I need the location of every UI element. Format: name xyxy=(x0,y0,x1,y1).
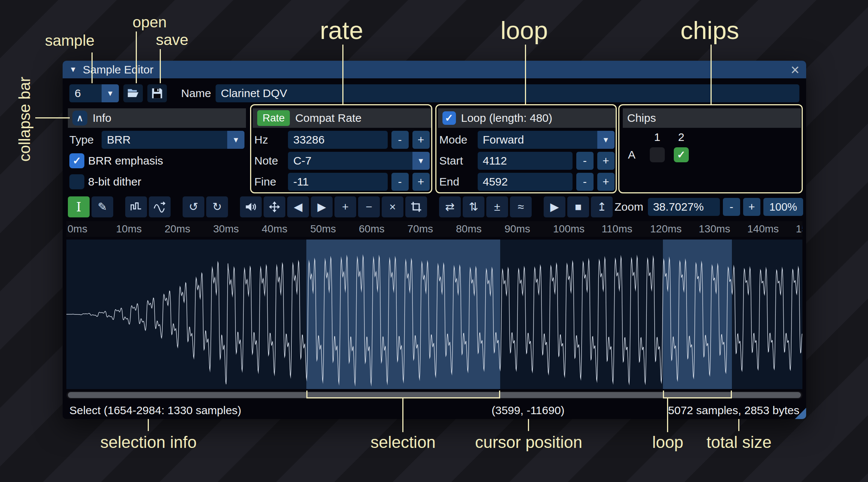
reverse-arrows-icon: ⇄ xyxy=(445,201,454,213)
upload-icon: ↥ xyxy=(597,201,606,213)
pencil-icon: ✎ xyxy=(97,201,107,213)
minus-icon: − xyxy=(366,201,372,213)
resize-grip[interactable] xyxy=(795,408,806,419)
sign-flip-button[interactable]: ± xyxy=(486,196,508,217)
close-icon[interactable]: × xyxy=(791,62,799,77)
apply-silence-button[interactable]: − xyxy=(358,196,380,217)
invert-button[interactable]: ⇅ xyxy=(463,196,484,217)
brr-emphasis-checkbox[interactable]: ✓ xyxy=(69,153,84,168)
type-select[interactable]: BRR ▼ xyxy=(102,131,244,149)
timeline-label: 120ms xyxy=(650,223,682,235)
window-title: Sample Editor xyxy=(83,63,153,76)
file-row: 6 ▼ Name Clarinet DQV xyxy=(69,84,799,103)
zoom-label: Zoom xyxy=(615,201,643,213)
plus-icon: + xyxy=(342,201,349,213)
selection-info-text: Select (1654-2984: 1330 samples) xyxy=(69,404,241,417)
annotation-loop: loop xyxy=(501,16,548,45)
resize-button[interactable] xyxy=(125,196,147,217)
annotation-bracket-selection xyxy=(306,391,500,398)
fade-in-icon: ◀ xyxy=(294,201,302,213)
annotation-rate: rate xyxy=(320,16,363,45)
annotation-line-collapse xyxy=(35,117,70,118)
undo-button[interactable]: ↺ xyxy=(183,196,204,217)
brr-emphasis-label: BRR emphasis xyxy=(88,154,163,167)
timeline-label: 20ms xyxy=(165,223,190,235)
sample-slot-value: 6 xyxy=(69,87,102,100)
timeline-label: 130ms xyxy=(699,223,730,235)
annotation-line-open xyxy=(136,31,137,83)
save-button[interactable] xyxy=(147,84,167,102)
open-button[interactable] xyxy=(123,84,143,102)
delete-button[interactable]: × xyxy=(382,196,403,217)
redo-button[interactable]: ↻ xyxy=(206,196,228,217)
annotation-line-total-size xyxy=(738,419,739,431)
annotation-selection-info: selection info xyxy=(100,433,197,452)
amplify-button[interactable] xyxy=(240,196,262,217)
preview-stop-button[interactable]: ■ xyxy=(567,196,589,217)
waveform-display[interactable] xyxy=(66,240,802,389)
timeline-ruler[interactable]: 0ms10ms20ms30ms40ms50ms60ms70ms80ms90ms1… xyxy=(66,221,802,237)
info-panel: ∧ Info Type BRR ▼ ✓ BRR emphasis xyxy=(68,108,246,191)
draw-mode-button[interactable]: ✎ xyxy=(91,196,113,217)
select-mode-button[interactable]: I xyxy=(68,196,90,217)
name-label: Name xyxy=(181,87,211,100)
preview-play-button[interactable]: ▶ xyxy=(544,196,565,217)
info-header[interactable]: ∧ Info xyxy=(68,108,246,128)
zoom-controls: Zoom 38.7027% - + 100% xyxy=(615,198,803,216)
zoom-in-button[interactable]: + xyxy=(743,198,760,216)
annotation-collapse-bar: collapse bar xyxy=(16,77,34,162)
annotation-loop-bottom: loop xyxy=(652,433,683,452)
toolbar: I ✎ ↺ ↻ ◀ ▶ + − × xyxy=(68,196,801,217)
fade-out-button[interactable]: ▶ xyxy=(311,196,333,217)
undo-icon: ↺ xyxy=(189,201,198,213)
stop-icon: ■ xyxy=(575,201,582,213)
timeline-label: 10ms xyxy=(116,223,142,235)
annotation-box-rate xyxy=(250,104,432,193)
window-titlebar[interactable]: ▼ Sample Editor × xyxy=(63,61,806,78)
zoom-reset-button[interactable]: 100% xyxy=(763,198,803,216)
timeline-label: 70ms xyxy=(408,223,433,235)
annotation-selection: selection xyxy=(370,433,436,452)
zoom-input[interactable]: 38.7027% xyxy=(648,198,720,216)
collapse-bar-button[interactable]: ∧ xyxy=(72,111,87,126)
status-bar: Select (1654-2984: 1330 samples) (3599, … xyxy=(69,403,799,418)
timeline-label: 100ms xyxy=(553,223,585,235)
redo-icon: ↻ xyxy=(212,201,222,213)
filter-button[interactable]: ≈ xyxy=(510,196,532,217)
sample-name-input[interactable]: Clarinet DQV xyxy=(216,84,799,102)
annotation-line-sample xyxy=(91,52,93,83)
insert-silence-button[interactable]: + xyxy=(334,196,356,217)
brr-emphasis-row: ✓ BRR emphasis xyxy=(68,152,246,170)
timeline-label: 40ms xyxy=(262,223,287,235)
annotation-cursor-position: cursor position xyxy=(475,433,582,452)
invert-arrows-icon: ⇅ xyxy=(469,201,478,213)
upload-button[interactable]: ↥ xyxy=(591,196,613,217)
timeline-label: 110ms xyxy=(602,223,633,235)
reverse-button[interactable]: ⇄ xyxy=(439,196,461,217)
normalize-button[interactable] xyxy=(264,196,285,217)
annotation-line-loop xyxy=(525,45,526,104)
annotation-line-save xyxy=(160,49,161,83)
annotation-line-selection-info xyxy=(148,419,149,431)
annotation-line-loop-bottom xyxy=(667,398,668,432)
timeline-label: 140ms xyxy=(747,223,779,235)
sample-slot-select[interactable]: 6 ▼ xyxy=(69,84,119,102)
timeline-label: 50ms xyxy=(310,223,336,235)
cursor-position-text: (3599, -11690) xyxy=(492,404,565,417)
dither-row: 8-bit dither xyxy=(68,173,246,191)
play-icon: ▶ xyxy=(550,201,559,213)
zoom-out-button[interactable]: - xyxy=(723,198,740,216)
type-value: BRR xyxy=(102,133,227,146)
window-collapse-icon[interactable]: ▼ xyxy=(69,65,77,74)
annotation-line-selection xyxy=(402,398,403,432)
dither-checkbox[interactable] xyxy=(69,174,84,189)
wave-filter-icon: ≈ xyxy=(518,201,524,213)
fade-in-button[interactable]: ◀ xyxy=(287,196,309,217)
type-label: Type xyxy=(69,133,98,146)
resample-button[interactable] xyxy=(149,196,171,217)
chevron-up-icon: ∧ xyxy=(76,113,83,123)
trim-button[interactable] xyxy=(405,196,427,217)
annotation-line-rate xyxy=(342,45,343,104)
annotation-bracket-loop xyxy=(663,391,732,398)
save-floppy-icon xyxy=(151,87,163,99)
